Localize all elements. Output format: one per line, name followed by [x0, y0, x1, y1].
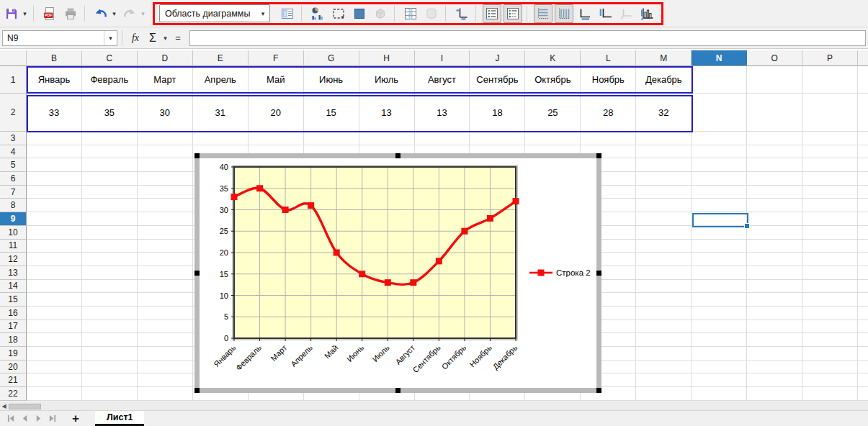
cell-B15[interactable] [27, 293, 82, 307]
cell-K1[interactable]: Октябрь [525, 66, 581, 94]
row-header-19[interactable]: 19 [0, 347, 27, 361]
cell-C18[interactable] [82, 333, 138, 347]
cell-O18[interactable] [747, 333, 802, 347]
y-axis-button[interactable] [596, 4, 615, 23]
cell-B11[interactable] [27, 240, 82, 253]
cell-M21[interactable] [636, 373, 692, 387]
column-header-B[interactable]: B [27, 50, 82, 66]
cell-D8[interactable] [138, 199, 193, 212]
cell-B5[interactable] [27, 158, 82, 172]
column-header-G[interactable]: G [304, 50, 359, 66]
cell-M6[interactable] [636, 172, 692, 186]
cell-C19[interactable] [82, 347, 138, 361]
undo-dropdown-icon[interactable]: ▾ [110, 10, 118, 17]
cell-O15[interactable] [747, 293, 802, 307]
cell-O17[interactable] [747, 320, 802, 334]
cell-M2[interactable]: 32 [636, 94, 692, 132]
cell-N8[interactable] [692, 199, 747, 212]
cell-O6[interactable] [747, 172, 802, 186]
cell-B4[interactable] [27, 145, 82, 159]
cell-D3[interactable] [138, 132, 193, 145]
cell-B20[interactable] [27, 361, 82, 374]
resize-handle[interactable] [194, 271, 200, 276]
cell-D4[interactable] [138, 145, 193, 159]
cell-G3[interactable] [304, 132, 359, 145]
cell-M12[interactable] [636, 253, 692, 266]
cell-C2[interactable]: 35 [82, 94, 138, 132]
data-table-button[interactable] [401, 4, 420, 23]
column-header-M[interactable]: M [636, 50, 692, 66]
cell-B21[interactable] [27, 373, 82, 387]
cell-F3[interactable] [249, 132, 304, 145]
cell-N6[interactable] [692, 172, 747, 186]
cell-P18[interactable] [802, 333, 858, 347]
cell-O1[interactable] [747, 66, 802, 94]
cell-J2[interactable]: 18 [470, 94, 525, 132]
column-header-I[interactable]: I [415, 50, 470, 66]
cell-D5[interactable] [138, 158, 193, 172]
cell-M11[interactable] [636, 240, 692, 253]
cell-P15[interactable] [802, 293, 858, 307]
cell-D2[interactable]: 30 [138, 94, 193, 132]
cell-B13[interactable] [27, 266, 82, 280]
cell-O12[interactable] [747, 253, 802, 266]
row-header-10[interactable]: 10 [0, 226, 27, 240]
resize-handle[interactable] [596, 153, 601, 158]
cell-B6[interactable] [27, 172, 82, 186]
cell-B3[interactable] [27, 132, 82, 145]
cell-M19[interactable] [636, 347, 692, 361]
cell-N5[interactable] [692, 158, 747, 172]
row-header-11[interactable]: 11 [0, 240, 27, 253]
cell-N10[interactable] [692, 226, 747, 240]
data-point-marker[interactable] [461, 228, 467, 235]
cell-E2[interactable]: 31 [193, 94, 249, 132]
resize-handle[interactable] [395, 388, 401, 393]
cell-B12[interactable] [27, 253, 82, 266]
cell-N16[interactable] [692, 307, 747, 320]
cell-C15[interactable] [82, 293, 138, 307]
fill-handle[interactable] [744, 223, 750, 229]
row-header-21[interactable]: 21 [0, 373, 27, 387]
cell-N12[interactable] [692, 253, 747, 266]
column-header-K[interactable]: K [525, 50, 581, 66]
cell-C20[interactable] [82, 361, 138, 374]
cell-P17[interactable] [802, 320, 858, 334]
column-header-C[interactable]: C [82, 50, 138, 66]
chart-legend[interactable]: Строка 2 [529, 268, 591, 277]
cell-D22[interactable] [138, 387, 193, 401]
cell-M13[interactable] [636, 266, 692, 280]
column-header-F[interactable]: F [249, 50, 304, 66]
cell-B8[interactable] [27, 199, 82, 212]
cell-N21[interactable] [692, 373, 747, 387]
row-header-2[interactable]: 2 [0, 94, 27, 132]
x-axis-button[interactable] [576, 4, 594, 23]
cell-N3[interactable] [692, 132, 747, 145]
row-header-9[interactable]: 9 [0, 212, 27, 226]
cell-C13[interactable] [82, 266, 138, 280]
cell-D21[interactable] [138, 373, 193, 387]
formula-input[interactable] [189, 30, 866, 46]
cell-D1[interactable]: Март [138, 66, 193, 94]
cell-P9[interactable] [802, 212, 858, 226]
cell-N7[interactable] [692, 186, 747, 199]
cell-M16[interactable] [636, 307, 692, 320]
cell-P22[interactable] [802, 387, 858, 401]
cell-D11[interactable] [138, 240, 193, 253]
cell-B7[interactable] [27, 186, 82, 199]
cell-C5[interactable] [82, 158, 138, 172]
row-header-15[interactable]: 15 [0, 293, 27, 307]
cell-B19[interactable] [27, 347, 82, 361]
column-header-H[interactable]: H [359, 50, 415, 66]
cell-C1[interactable]: Февраль [82, 66, 138, 94]
data-point-marker[interactable] [282, 207, 289, 213]
cell-N11[interactable] [692, 240, 747, 253]
save-dropdown-icon[interactable]: ▾ [21, 10, 29, 17]
cell-D13[interactable] [138, 266, 193, 280]
cell-O8[interactable] [747, 199, 802, 212]
chart-area-button[interactable] [329, 4, 348, 23]
cell-L3[interactable] [581, 132, 636, 145]
cell-M7[interactable] [636, 186, 692, 199]
column-header-P[interactable]: P [802, 50, 858, 66]
data-point-marker[interactable] [513, 198, 519, 204]
data-point-marker[interactable] [256, 185, 263, 191]
